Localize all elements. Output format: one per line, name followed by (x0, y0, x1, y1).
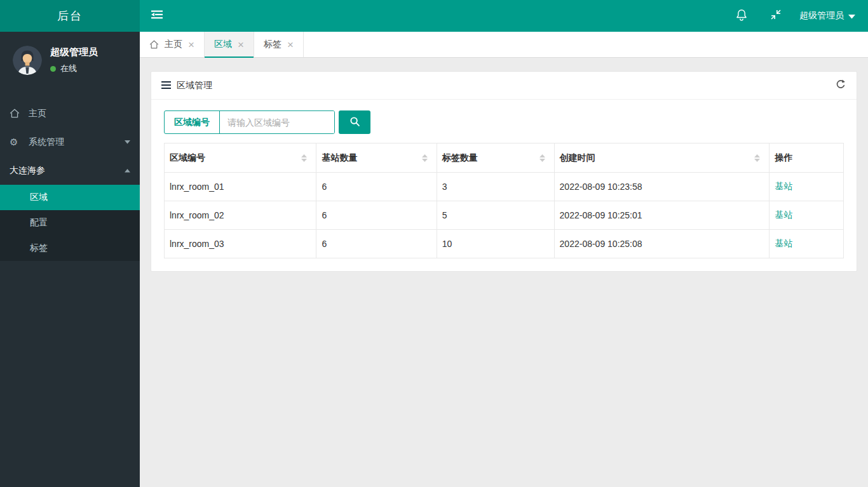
sort-icon[interactable] (754, 154, 760, 162)
cell-area-id: lnrx_room_01 (165, 173, 316, 201)
cell-tags: 3 (437, 173, 554, 201)
tab-label: 标签 (264, 39, 281, 50)
top-header: 后台 (0, 0, 868, 32)
app-logo: 后台 (0, 0, 140, 32)
cell-actions: 基站 (770, 230, 844, 258)
sort-icon[interactable] (301, 154, 307, 162)
refresh-button[interactable] (835, 79, 846, 93)
cell-area-id: lnrx_room_03 (165, 230, 316, 258)
compress-icon (770, 8, 782, 23)
close-icon[interactable]: × (287, 39, 294, 50)
sidebar-user-panel: 超级管理员 在线 (0, 32, 140, 88)
sidebar-toggle-icon (151, 10, 163, 22)
fullscreen-button[interactable] (759, 0, 793, 32)
area-table: 区域编号 基站数量 (164, 143, 844, 258)
tab-bar: 主页 × 区域 × 标签 × (140, 32, 868, 58)
search-input-group: 区域编号 (164, 110, 335, 134)
sidebar: 超级管理员 在线 主页 ⚙ 系统管理 大连海参 (0, 32, 140, 487)
column-header-area-id[interactable]: 区域编号 (165, 143, 316, 173)
area-management-panel: 区域管理 区域编号 (151, 71, 857, 272)
panel-title: 区域管理 (161, 80, 212, 91)
user-dropdown[interactable]: 超级管理员 (793, 0, 868, 32)
chevron-up-icon (125, 169, 130, 173)
column-header-base-stations[interactable]: 基站数量 (316, 143, 437, 173)
sidebar-item-tag[interactable]: 标签 (0, 236, 140, 261)
menu-bars-icon (161, 81, 171, 91)
close-icon[interactable]: × (238, 39, 244, 50)
cell-base-stations: 6 (316, 230, 437, 258)
base-station-link[interactable]: 基站 (775, 181, 792, 191)
cell-tags: 10 (437, 230, 554, 258)
cell-actions: 基站 (770, 173, 844, 201)
navbar-right: 超级管理员 (724, 0, 868, 32)
column-header-created-at[interactable]: 创建时间 (554, 143, 770, 173)
sidebar-item-label: 主页 (29, 108, 46, 119)
sidebar-menu: 主页 ⚙ 系统管理 大连海参 区域 配置 标签 (0, 99, 140, 261)
cell-created-at: 2022-08-09 10:23:58 (554, 173, 770, 201)
search-icon (349, 116, 360, 129)
main-area: 主页 × 区域 × 标签 × (140, 0, 868, 285)
top-navbar: 超级管理员 (140, 0, 868, 32)
bell-icon (735, 8, 748, 24)
tab-home[interactable]: 主页 × (140, 32, 205, 57)
panel-title-text: 区域管理 (177, 80, 212, 91)
close-icon[interactable]: × (188, 39, 194, 50)
cell-base-stations: 6 (316, 201, 437, 230)
search-row: 区域编号 (151, 100, 857, 143)
online-status-label: 在线 (60, 63, 77, 74)
sidebar-toggle-button[interactable] (140, 0, 174, 32)
area-table-wrap: 区域编号 基站数量 (151, 143, 857, 271)
search-input[interactable] (220, 111, 334, 133)
refresh-icon (835, 79, 846, 93)
cell-actions: 基站 (770, 201, 844, 230)
tab-label: 主页 (165, 39, 182, 50)
cell-base-stations: 6 (316, 173, 437, 201)
tab-tag[interactable]: 标签 × (254, 32, 304, 57)
gear-icon: ⚙ (10, 137, 29, 148)
cell-created-at: 2022-08-09 10:25:08 (554, 230, 770, 258)
avatar (13, 46, 42, 75)
chevron-down-icon (848, 11, 855, 21)
sidebar-item-label: 大连海参 (10, 165, 45, 177)
panel-header: 区域管理 (151, 72, 857, 100)
sidebar-item-area[interactable]: 区域 (0, 185, 140, 210)
base-station-link[interactable]: 基站 (775, 210, 792, 220)
sidebar-item-dalian[interactable]: 大连海参 (0, 156, 140, 185)
cell-created-at: 2022-08-09 10:25:01 (554, 201, 770, 230)
search-field-selector[interactable]: 区域编号 (165, 111, 220, 133)
table-row: lnrx_room_01 6 3 2022-08-09 10:23:58 基站 (165, 173, 844, 201)
cell-tags: 5 (437, 201, 554, 230)
sidebar-submenu: 区域 配置 标签 (0, 185, 140, 261)
sidebar-item-label: 区域 (30, 192, 48, 203)
sidebar-item-label: 配置 (30, 217, 48, 229)
tab-area[interactable]: 区域 × (205, 32, 254, 57)
sort-icon[interactable] (422, 154, 428, 162)
sidebar-user-name: 超级管理员 (50, 46, 98, 58)
column-header-tags[interactable]: 标签数量 (437, 143, 554, 173)
search-button[interactable] (339, 110, 370, 134)
sidebar-item-label: 系统管理 (29, 137, 64, 148)
user-dropdown-label: 超级管理员 (799, 10, 844, 22)
home-icon (149, 40, 159, 49)
sort-icon[interactable] (539, 154, 545, 162)
content: 区域管理 区域编号 (140, 58, 868, 285)
sidebar-item-label: 标签 (30, 243, 48, 254)
cell-area-id: lnrx_room_02 (165, 201, 316, 230)
sidebar-item-config[interactable]: 配置 (0, 210, 140, 236)
table-row: lnrx_room_02 6 5 2022-08-09 10:25:01 基站 (165, 201, 844, 230)
table-row: lnrx_room_03 6 10 2022-08-09 10:25:08 基站 (165, 230, 844, 258)
chevron-down-icon (125, 140, 130, 144)
sidebar-item-system[interactable]: ⚙ 系统管理 (0, 128, 140, 156)
sidebar-user-status: 在线 (50, 63, 98, 74)
base-station-link[interactable]: 基站 (775, 238, 792, 248)
notifications-button[interactable] (724, 0, 759, 32)
sidebar-user-info: 超级管理员 在线 (50, 46, 98, 74)
sidebar-item-home[interactable]: 主页 (0, 99, 140, 128)
home-icon (10, 109, 29, 118)
table-header-row: 区域编号 基站数量 (165, 143, 844, 173)
column-header-actions: 操作 (770, 143, 844, 173)
tab-label: 区域 (214, 39, 232, 50)
online-status-icon (50, 66, 56, 72)
